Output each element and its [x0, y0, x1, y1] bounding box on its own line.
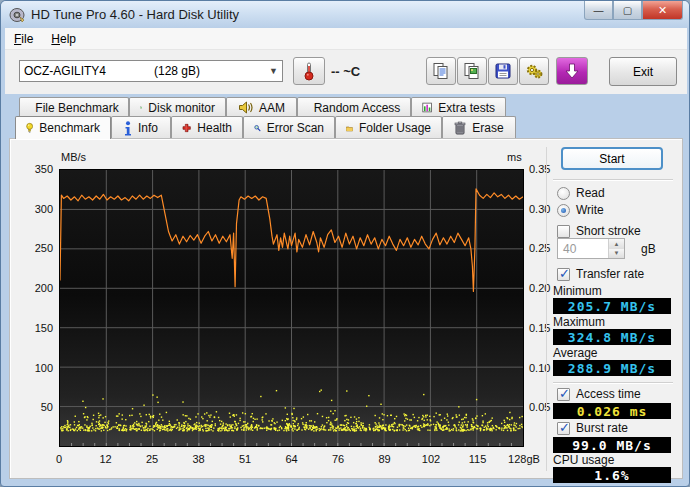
copy-image-button[interactable]: [457, 57, 487, 85]
tab-benchmark[interactable]: Benchmark: [15, 116, 111, 139]
menu-help[interactable]: Help: [42, 30, 85, 48]
save-floppy-icon: [494, 62, 512, 80]
maximum-value: 324.8 MB/s: [553, 329, 671, 345]
x-tick: 38: [177, 453, 221, 465]
tab-random-access[interactable]: Random Access: [297, 97, 411, 117]
options-button[interactable]: [519, 57, 549, 85]
cpu-usage-label: CPU usage: [553, 453, 614, 467]
chart-canvas: [60, 170, 523, 446]
x-tick: 12: [84, 453, 128, 465]
y-left-tick: 50: [19, 401, 53, 413]
short-stroke-checkbox[interactable]: Short stroke: [557, 224, 641, 238]
drive-size: (128 gB): [154, 64, 269, 78]
tab-info[interactable]: Info: [111, 116, 171, 139]
transfer-rate-label: Transfer rate: [576, 267, 644, 281]
stepper-buttons[interactable]: ▲▼: [608, 239, 624, 258]
tab-label: Erase: [472, 121, 503, 135]
tab-row-primary: Benchmark Info Health Error Scan: [15, 116, 516, 139]
stepper-down-icon[interactable]: ▼: [609, 249, 624, 259]
window-controls: — ▢ ✕: [584, 1, 683, 20]
write-radio[interactable]: Write: [557, 203, 604, 217]
y-left-tick: 150: [19, 322, 53, 334]
thermometer-icon: [303, 61, 315, 81]
burst-rate-checkbox[interactable]: Burst rate: [557, 421, 628, 435]
tab-folder-usage[interactable]: Folder Usage: [335, 116, 442, 139]
tab-disk-monitor[interactable]: Disk monitor: [129, 97, 226, 117]
minimize-button[interactable]: —: [584, 1, 613, 20]
tab-label: AAM: [259, 101, 285, 115]
title-bar: HD Tune Pro 4.60 - Hard Disk Utility — ▢…: [1, 1, 689, 28]
temperature-button[interactable]: [293, 57, 325, 85]
short-stroke-label: Short stroke: [576, 224, 641, 238]
capacity-unit: gB: [641, 242, 656, 256]
app-window: HD Tune Pro 4.60 - Hard Disk Utility — ▢…: [0, 0, 690, 487]
folder-icon: [346, 122, 353, 135]
health-cross-icon: [182, 121, 191, 135]
copy-text-button[interactable]: [426, 57, 456, 85]
checkbox-checked-icon: [557, 388, 570, 401]
tab-error-scan[interactable]: Error Scan: [243, 116, 335, 139]
x-tick: 76: [316, 453, 360, 465]
x-tick: 25: [130, 453, 174, 465]
read-radio-label: Read: [576, 186, 605, 200]
tab-label: Extra tests: [438, 101, 495, 115]
temperature-readout: -- ~C: [331, 64, 360, 79]
checkbox-checked-icon: [557, 268, 570, 281]
info-icon: [124, 121, 132, 136]
drive-name: OCZ-AGILITY4: [24, 64, 154, 78]
x-tick: 64: [270, 453, 314, 465]
transfer-rate-checkbox[interactable]: Transfer rate: [557, 267, 644, 281]
start-button[interactable]: Start: [561, 147, 663, 170]
cpu-usage-value: 1.6%: [553, 467, 671, 483]
access-time-value: 0.026 ms: [553, 403, 671, 419]
tab-aam[interactable]: AAM: [226, 97, 297, 117]
capacity-stepper[interactable]: 40 ▲▼: [557, 238, 625, 259]
y-left-tick: 250: [19, 242, 53, 254]
maximize-button[interactable]: ▢: [613, 1, 642, 20]
trash-icon: [454, 121, 466, 135]
x-tick: 51: [223, 453, 267, 465]
tab-file-benchmark[interactable]: File Benchmark: [19, 97, 129, 117]
separator: [553, 179, 673, 180]
tab-row-secondary: File Benchmark Disk monitor AAM Random: [19, 97, 506, 117]
tab-label: Folder Usage: [359, 121, 431, 135]
burst-rate-value: 99.0 MB/s: [553, 437, 671, 453]
drive-selector-dropdown[interactable]: OCZ-AGILITY4 (128 gB) ▼: [19, 60, 283, 82]
menu-bar: File Help: [5, 28, 687, 50]
checkbox-checked-icon: [557, 422, 570, 435]
stepper-up-icon[interactable]: ▲: [609, 239, 624, 249]
y-right-axis-title: ms: [507, 151, 522, 163]
tab-label: Benchmark: [39, 121, 100, 135]
access-time-checkbox[interactable]: Access time: [557, 387, 641, 401]
tab-label: File Benchmark: [35, 101, 118, 115]
menu-file[interactable]: File: [5, 30, 42, 48]
tab-health[interactable]: Health: [171, 116, 243, 139]
speaker-icon: [238, 101, 253, 114]
toolbar: OCZ-AGILITY4 (128 gB) ▼ -- ~C: [5, 50, 687, 94]
exit-button[interactable]: Exit: [609, 57, 677, 86]
tab-label: Info: [138, 121, 158, 135]
maximum-label: Maximum: [553, 315, 605, 329]
radio-icon: [557, 187, 570, 200]
window-title: HD Tune Pro 4.60 - Hard Disk Utility: [31, 7, 239, 22]
read-radio[interactable]: Read: [557, 186, 605, 200]
y-left-tick: 100: [19, 362, 53, 374]
download-update-button[interactable]: [556, 57, 588, 85]
options-gears-icon: [524, 62, 544, 80]
y-left-axis-title: MB/s: [61, 151, 86, 163]
minimum-value: 205.7 MB/s: [553, 298, 671, 314]
x-tick: 102: [409, 453, 453, 465]
separator: [553, 382, 673, 383]
save-button[interactable]: [488, 57, 518, 85]
average-label: Average: [553, 346, 597, 360]
radio-selected-icon: [557, 204, 570, 217]
chevron-down-icon: ▼: [269, 67, 278, 76]
disk-monitor-icon: [140, 101, 142, 114]
tab-label: Health: [197, 121, 232, 135]
tab-label: Disk monitor: [148, 101, 215, 115]
burst-rate-label: Burst rate: [576, 421, 628, 435]
tab-erase[interactable]: Erase: [442, 116, 516, 139]
tab-extra-tests[interactable]: Extra tests: [411, 97, 506, 117]
x-tick: 0: [37, 453, 81, 465]
close-button[interactable]: ✕: [642, 1, 683, 20]
